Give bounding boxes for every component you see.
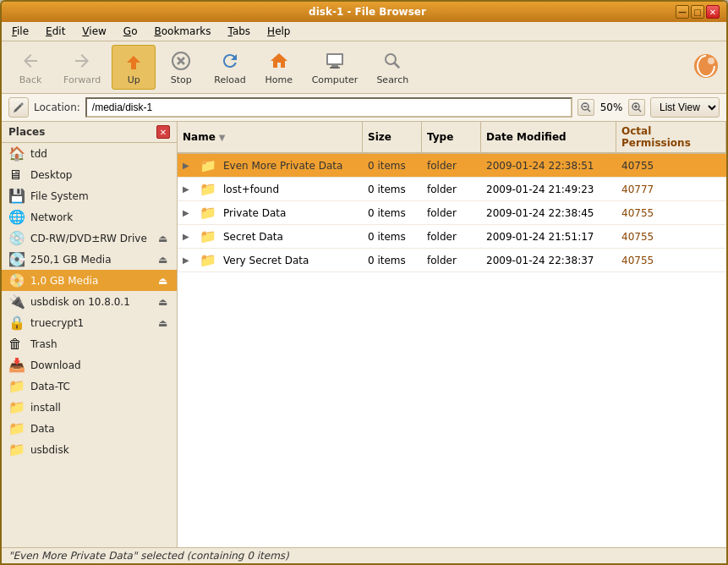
- menu-file[interactable]: File: [5, 24, 36, 39]
- menu-tabs[interactable]: Tabs: [222, 24, 258, 39]
- sidebar-item-filesystem[interactable]: 💾 File System: [2, 185, 177, 206]
- file-cell-type-secret: folder: [422, 228, 481, 246]
- svg-rect-5: [330, 67, 340, 69]
- expand-very-secret[interactable]: ▶: [183, 255, 196, 265]
- location-label: Location:: [34, 101, 80, 113]
- file-cell-date-private: 2009-01-24 22:38:45: [481, 204, 616, 222]
- sidebar-label-datatc: Data-TC: [30, 381, 70, 392]
- file-cell-perm-very-secret: 40755: [616, 251, 726, 270]
- file-cell-type-private: folder: [422, 204, 481, 222]
- sidebar-item-data[interactable]: 📁 Data: [2, 418, 177, 439]
- expand-even-more[interactable]: ▶: [183, 161, 196, 170]
- file-cell-name-even-more: ▶ 📁 Even More Private Data: [178, 154, 363, 177]
- file-row-private[interactable]: ▶ 📁 Private Data 0 items folder 2009-01-…: [178, 201, 726, 225]
- reload-icon: [218, 49, 242, 73]
- file-cell-date-lostfound: 2009-01-24 21:49:23: [481, 180, 616, 199]
- media-1gb-icon: 📀: [8, 272, 25, 288]
- install-icon: 📁: [8, 399, 25, 415]
- sidebar-item-250gb[interactable]: 💽 250,1 GB Media ⏏: [2, 249, 177, 270]
- sidebar-label-tdd: tdd: [30, 148, 47, 160]
- svg-rect-0: [131, 63, 136, 69]
- expand-lostfound[interactable]: ▶: [183, 184, 196, 194]
- file-cell-date-even-more: 2009-01-24 22:38:51: [481, 156, 616, 175]
- media-250gb-icon: 💽: [8, 251, 25, 267]
- up-icon: [122, 49, 145, 73]
- data-icon: 📁: [8, 420, 25, 436]
- sidebar-item-cdrw[interactable]: 💿 CD-RW/DVD±RW Drive ⏏: [2, 228, 177, 249]
- minimize-button[interactable]: —: [676, 5, 689, 19]
- menu-edit[interactable]: Edit: [39, 24, 72, 39]
- file-cell-size-private: 0 items: [363, 204, 422, 222]
- eject-1gb-button[interactable]: ⏏: [155, 273, 170, 288]
- filesystem-icon: 💾: [8, 188, 25, 204]
- header-size[interactable]: Size: [363, 122, 422, 152]
- sidebar-label-install: install: [30, 402, 61, 414]
- search-icon: [380, 49, 404, 73]
- sidebar-label-usbdisk: usbdisk: [30, 444, 69, 456]
- menu-bookmarks[interactable]: Bookmarks: [147, 24, 217, 39]
- sidebar-item-truecrypt1[interactable]: 🔒 truecrypt1 ⏏: [2, 312, 177, 333]
- sidebar-item-install[interactable]: 📁 install: [2, 397, 177, 418]
- sidebar-item-tdd[interactable]: 🏠 tdd: [2, 143, 177, 164]
- sidebar-item-desktop[interactable]: 🖥 Desktop: [2, 164, 177, 185]
- file-cell-date-very-secret: 2009-01-24 22:38:37: [481, 251, 616, 270]
- sidebar-item-1gb[interactable]: 📀 1,0 GB Media ⏏: [2, 270, 177, 291]
- location-input[interactable]: [85, 97, 572, 118]
- view-select[interactable]: List View: [650, 97, 720, 118]
- sidebar-item-usbdisk-network[interactable]: 🔌 usbdisk on 10.8.0.1 ⏏: [2, 291, 177, 312]
- menu-help[interactable]: Help: [260, 24, 297, 39]
- main-window: disk-1 - File Browser — □ ✕ File Edit Vi…: [0, 0, 728, 565]
- svg-rect-3: [328, 55, 342, 63]
- sidebar-close-button[interactable]: ✕: [156, 125, 170, 139]
- menu-go[interactable]: Go: [117, 24, 145, 39]
- sidebar-item-network[interactable]: 🌐 Network: [2, 206, 177, 228]
- titlebar: disk-1 - File Browser — □ ✕: [2, 2, 726, 22]
- file-cell-date-secret: 2009-01-24 21:51:17: [481, 228, 616, 246]
- menu-view[interactable]: View: [75, 24, 112, 39]
- home-button[interactable]: Home: [257, 45, 301, 90]
- zoom-in-button[interactable]: [628, 99, 645, 116]
- sidebar-label-truecrypt1: truecrypt1: [30, 317, 84, 329]
- file-list: ▶ 📁 Even More Private Data 0 items folde…: [178, 154, 726, 547]
- header-name[interactable]: Name ▼: [178, 122, 363, 152]
- computer-button[interactable]: Computer: [304, 45, 366, 90]
- file-cell-name-private: ▶ 📁 Private Data: [178, 201, 363, 224]
- reload-button[interactable]: Reload: [206, 45, 253, 90]
- eject-truecrypt1-button[interactable]: ⏏: [155, 315, 170, 331]
- zoom-controls: 50%: [577, 99, 645, 116]
- eject-usbdisk-network-button[interactable]: ⏏: [155, 294, 170, 310]
- file-row-very-secret[interactable]: ▶ 📁 Very Secret Data 0 items folder 2009…: [178, 249, 726, 272]
- header-date[interactable]: Date Modified: [481, 122, 616, 152]
- usbdisk-network-icon: 🔌: [8, 293, 25, 310]
- file-row-lostfound[interactable]: ▶ 📁 lost+found 0 items folder 2009-01-24…: [178, 178, 726, 201]
- sidebar-label-250gb: 250,1 GB Media: [30, 254, 112, 266]
- sidebar-item-datatc[interactable]: 📁 Data-TC: [2, 376, 177, 397]
- sidebar-item-usbdisk[interactable]: 📁 usbdisk: [2, 439, 177, 460]
- location-edit-button[interactable]: [8, 97, 29, 118]
- eject-cdrw-button[interactable]: ⏏: [155, 231, 170, 246]
- up-button[interactable]: Up: [112, 45, 156, 90]
- header-type[interactable]: Type: [422, 122, 481, 152]
- sidebar-item-download[interactable]: 📥 Download: [2, 354, 177, 376]
- sidebar-label-desktop: Desktop: [30, 169, 73, 181]
- sidebar-header: Places ✕: [2, 122, 177, 143]
- header-perm[interactable]: Octal Permissions: [616, 122, 726, 152]
- close-button[interactable]: ✕: [706, 5, 720, 19]
- titlebar-buttons: — □ ✕: [676, 5, 720, 19]
- eject-250gb-button[interactable]: ⏏: [155, 252, 170, 267]
- zoom-out-button[interactable]: [577, 99, 594, 116]
- forward-button[interactable]: Forward: [56, 45, 108, 90]
- back-button[interactable]: Back: [8, 45, 52, 90]
- file-row-even-more[interactable]: ▶ 📁 Even More Private Data 0 items folde…: [178, 154, 726, 178]
- file-cell-size-very-secret: 0 items: [363, 251, 422, 270]
- folder-icon-private: 📁: [200, 205, 216, 221]
- stop-button[interactable]: Stop: [159, 45, 203, 90]
- expand-private[interactable]: ▶: [183, 208, 196, 217]
- expand-secret[interactable]: ▶: [183, 232, 196, 241]
- sidebar-label-usbdisk-network: usbdisk on 10.8.0.1: [30, 296, 130, 308]
- search-button[interactable]: Search: [369, 45, 416, 90]
- file-row-secret[interactable]: ▶ 📁 Secret Data 0 items folder 2009-01-2…: [178, 225, 726, 249]
- sidebar-item-trash[interactable]: 🗑 Trash: [2, 333, 177, 354]
- file-cell-type-lostfound: folder: [422, 180, 481, 199]
- maximize-button[interactable]: □: [691, 5, 704, 19]
